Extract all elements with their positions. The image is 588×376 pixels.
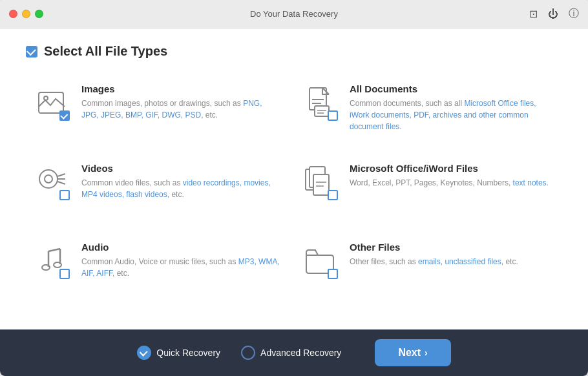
audio-desc: Common Audio, Voice or music files, such… [81, 256, 281, 279]
svg-point-9 [45, 175, 52, 183]
documents-icon-wrap [300, 83, 339, 122]
select-all-checkbox[interactable] [26, 46, 37, 57]
app-window: Do Your Data Recovery ⊡ ⏻ ⓘ Select All F… [0, 0, 588, 376]
advanced-recovery-radio[interactable] [241, 346, 255, 360]
filetype-item-audio[interactable]: Audio Common Audio, Voice or music files… [26, 233, 294, 312]
advanced-recovery-option[interactable]: Advanced Recovery [241, 346, 341, 360]
svg-line-12 [58, 182, 65, 184]
other-title: Other Files [350, 242, 518, 253]
select-all-label: Select All File Types [44, 44, 167, 59]
documents-title: All Documents [350, 83, 549, 94]
display-icon[interactable]: ⊡ [529, 8, 538, 20]
filetype-item-other[interactable]: Other Files Other files, such as emails,… [294, 233, 562, 312]
footer: Quick Recovery Advanced Recovery Next › [0, 329, 588, 376]
close-button[interactable] [9, 10, 17, 18]
audio-title: Audio [81, 242, 281, 253]
other-icon-wrap [300, 242, 339, 280]
svg-rect-5 [315, 106, 329, 116]
images-title: Images [81, 83, 281, 94]
svg-point-21 [42, 265, 50, 270]
msoffice-desc: Word, Excel, PPT, Pages, Keynotes, Numbe… [350, 177, 549, 189]
filetype-item-videos[interactable]: Videos Common video files, such as video… [26, 154, 294, 233]
msoffice-checkbox[interactable] [328, 190, 338, 200]
window-title: Do Your Data Recovery [250, 9, 338, 19]
next-button[interactable]: Next › [375, 339, 450, 366]
minimize-button[interactable] [22, 10, 30, 18]
audio-checkbox[interactable] [59, 269, 70, 279]
svg-point-1 [44, 96, 48, 100]
svg-point-8 [39, 170, 58, 188]
maximize-button[interactable] [35, 10, 43, 18]
other-checkbox[interactable] [328, 269, 338, 279]
window-controls [9, 10, 43, 18]
quick-recovery-radio[interactable] [137, 346, 151, 360]
videos-title: Videos [81, 163, 281, 174]
videos-checkbox[interactable] [59, 190, 70, 200]
svg-rect-15 [313, 174, 329, 195]
documents-desc: Common documents, such as all Microsoft … [350, 98, 549, 132]
main-content: Select All File Types Images Common i [0, 28, 588, 329]
svg-line-19 [48, 249, 60, 251]
power-icon[interactable]: ⏻ [548, 8, 558, 20]
documents-checkbox[interactable] [328, 110, 338, 121]
filetype-item-images[interactable]: Images Common images, photos or drawings… [26, 74, 294, 154]
next-chevron-icon: › [425, 348, 428, 358]
advanced-recovery-label: Advanced Recovery [260, 348, 341, 358]
audio-icon-wrap [32, 242, 71, 280]
svg-point-22 [54, 262, 61, 267]
msoffice-title: Microsoft Office/iWord Files [350, 163, 549, 174]
images-checkbox[interactable] [59, 110, 70, 121]
filetype-grid: Images Common images, photos or drawings… [26, 74, 562, 312]
other-desc: Other files, such as emails, unclassifie… [350, 256, 518, 267]
msoffice-icon-wrap [300, 163, 339, 202]
next-label: Next [398, 347, 421, 359]
filetype-item-documents[interactable]: All Documents Common documents, such as … [294, 74, 562, 154]
titlebar-actions: ⊡ ⏻ ⓘ [529, 7, 579, 21]
images-desc: Common images, photos or drawings, such … [81, 98, 281, 121]
videos-desc: Common video files, such as video record… [81, 177, 281, 200]
filetype-item-msoffice[interactable]: Microsoft Office/iWord Files Word, Excel… [294, 154, 562, 233]
quick-recovery-option[interactable]: Quick Recovery [137, 346, 220, 360]
images-icon-wrap [32, 83, 71, 122]
titlebar: Do Your Data Recovery ⊡ ⏻ ⓘ [0, 0, 588, 28]
svg-line-11 [58, 174, 65, 176]
videos-icon-wrap [32, 163, 71, 202]
quick-recovery-label: Quick Recovery [156, 348, 220, 358]
info-icon[interactable]: ⓘ [569, 7, 579, 21]
select-all-row[interactable]: Select All File Types [26, 44, 562, 59]
